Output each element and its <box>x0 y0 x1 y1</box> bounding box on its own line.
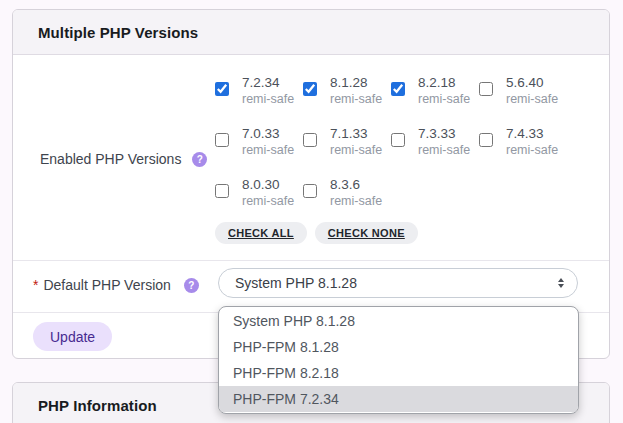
php-version-label: 7.1.33 remi-safe <box>330 125 382 158</box>
php-version-item[interactable]: 8.2.18 remi-safe <box>391 74 479 107</box>
check-all-button[interactable]: CHECK ALL <box>215 222 307 244</box>
update-button[interactable]: Update <box>33 322 112 351</box>
php-version-checkbox[interactable] <box>215 133 229 147</box>
php-version-item[interactable]: 8.3.6 remi-safe <box>303 176 391 209</box>
php-version-item[interactable]: 7.3.33 remi-safe <box>391 125 479 158</box>
php-version-checkbox[interactable] <box>303 82 317 96</box>
dropdown-option-php-fpm-7-2-34[interactable]: PHP-FPM 7.2.34 <box>219 386 578 412</box>
default-php-version-label: Default PHP Version <box>43 277 170 293</box>
divider <box>13 260 609 261</box>
card-title: Multiple PHP Versions <box>38 24 198 41</box>
select-selected-value: System PHP 8.1.28 <box>235 275 357 291</box>
php-version-checkbox[interactable] <box>391 82 405 96</box>
php-version-label: 8.3.6 remi-safe <box>330 176 382 209</box>
php-version-checkbox[interactable] <box>303 184 317 198</box>
php-version-checkbox[interactable] <box>215 82 229 96</box>
dropdown-option-system-php-8-1-28[interactable]: System PHP 8.1.28 <box>219 308 578 334</box>
php-version-checkbox[interactable] <box>303 133 317 147</box>
php-version-label: 7.4.33 remi-safe <box>506 125 558 158</box>
php-selector-page: Multiple PHP Versions Enabled PHP Versio… <box>0 0 623 423</box>
dropdown-option-php-fpm-8-2-18[interactable]: PHP-FPM 8.2.18 <box>219 360 578 386</box>
php-version-label: 7.3.33 remi-safe <box>418 125 470 158</box>
required-marker: * <box>33 277 38 293</box>
php-version-grid: 7.2.34 remi-safe 8.1.28 remi-safe 8.2.18… <box>215 74 567 209</box>
php-version-item[interactable]: 8.1.28 remi-safe <box>303 74 391 107</box>
default-php-version-select[interactable]: System PHP 8.1.28 <box>218 268 578 298</box>
php-version-checkbox[interactable] <box>479 82 493 96</box>
php-version-item[interactable]: 5.6.40 remi-safe <box>479 74 567 107</box>
multiple-php-versions-header: Multiple PHP Versions <box>13 10 609 55</box>
php-version-item[interactable]: 7.4.33 remi-safe <box>479 125 567 158</box>
php-version-item[interactable]: 8.0.30 remi-safe <box>215 176 303 209</box>
php-version-label: 7.2.34 remi-safe <box>242 74 294 107</box>
php-version-checkbox[interactable] <box>215 184 229 198</box>
card-title: PHP Information <box>38 397 157 414</box>
check-buttons-row: CHECK ALL CHECK NONE <box>215 222 418 244</box>
php-version-item[interactable]: 7.0.33 remi-safe <box>215 125 303 158</box>
default-php-version-row-label: * Default PHP Version ? <box>33 277 199 293</box>
select-stepper-icon <box>558 278 564 289</box>
php-version-label: 7.0.33 remi-safe <box>242 125 294 158</box>
php-version-item[interactable]: 7.2.34 remi-safe <box>215 74 303 107</box>
php-version-checkbox[interactable] <box>479 133 493 147</box>
dropdown-option-php-fpm-8-1-28[interactable]: PHP-FPM 8.1.28 <box>219 334 578 360</box>
check-none-button[interactable]: CHECK NONE <box>315 222 418 244</box>
php-version-label: 8.1.28 remi-safe <box>330 74 382 107</box>
help-icon[interactable]: ? <box>184 278 199 293</box>
select-dropdown-popup: System PHP 8.1.28 PHP-FPM 8.1.28 PHP-FPM… <box>218 306 579 414</box>
enabled-php-versions-label: Enabled PHP Versions <box>40 151 181 167</box>
php-version-label: 5.6.40 remi-safe <box>506 74 558 107</box>
php-version-label: 8.2.18 remi-safe <box>418 74 470 107</box>
php-version-checkbox[interactable] <box>391 133 405 147</box>
enabled-php-versions-row-label: Enabled PHP Versions ? <box>40 151 207 167</box>
help-icon[interactable]: ? <box>192 152 207 167</box>
php-version-item[interactable]: 7.1.33 remi-safe <box>303 125 391 158</box>
php-version-label: 8.0.30 remi-safe <box>242 176 294 209</box>
